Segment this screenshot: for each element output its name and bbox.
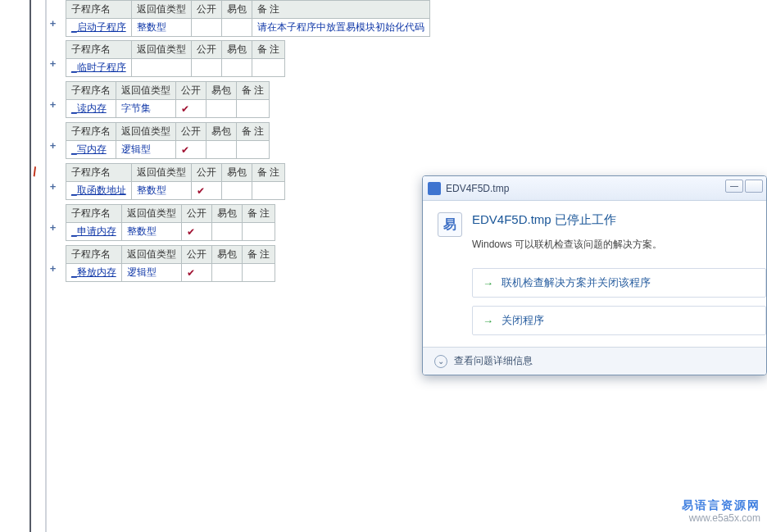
expand-toggle[interactable]: + bbox=[48, 18, 58, 29]
procedure-name[interactable]: _申请内存 bbox=[71, 225, 116, 237]
col-header-ret: 返回值类型 bbox=[131, 1, 191, 19]
expand-toggle[interactable]: + bbox=[48, 140, 58, 151]
expand-toggle[interactable]: + bbox=[48, 99, 58, 110]
watermark-url: www.e5a5x.com bbox=[682, 512, 760, 525]
action-close-program[interactable]: → 关闭程序 bbox=[472, 306, 766, 335]
procedure-table: 子程序名返回值类型公开易包备 注_取函数地址整数型✔ bbox=[66, 163, 285, 200]
remark-cell[interactable] bbox=[237, 100, 270, 118]
minimize-button[interactable]: — bbox=[725, 180, 743, 193]
public-checkbox[interactable]: ✔ bbox=[176, 141, 206, 159]
epackage-checkbox[interactable] bbox=[211, 223, 242, 241]
col-header-epkg: 易包 bbox=[206, 82, 237, 100]
col-header-name: 子程序名 bbox=[66, 205, 122, 223]
epackage-checkbox[interactable] bbox=[206, 141, 237, 159]
remark-cell[interactable] bbox=[242, 264, 275, 282]
gutter-border bbox=[30, 0, 31, 532]
maximize-button[interactable] bbox=[745, 180, 763, 193]
dialog-titlebar[interactable]: EDV4F5D.tmp — bbox=[423, 176, 766, 201]
col-header-epkg: 易包 bbox=[221, 1, 252, 19]
remark-cell[interactable] bbox=[252, 182, 284, 200]
procedure-table: 子程序名返回值类型公开易包备 注_写内存逻辑型✔ bbox=[66, 122, 270, 159]
table-row[interactable]: _写内存逻辑型✔ bbox=[66, 141, 270, 159]
expand-toggle[interactable]: + bbox=[48, 263, 58, 274]
dialog-header-text: EDV4F5D.tmp 已停止工作 bbox=[472, 212, 766, 228]
dialog-body: 易 EDV4F5D.tmp 已停止工作 Windows 可以联机检查该问题的解决… bbox=[423, 201, 766, 355]
expand-toggle[interactable]: + bbox=[48, 181, 58, 192]
return-type[interactable]: 整数型 bbox=[127, 225, 157, 237]
col-header-pub: 公开 bbox=[191, 1, 221, 19]
public-checkbox[interactable]: ✔ bbox=[181, 264, 211, 282]
program-icon: 易 bbox=[438, 212, 462, 237]
col-header-epkg: 易包 bbox=[221, 41, 252, 59]
col-header-name: 子程序名 bbox=[66, 82, 116, 100]
table-row[interactable]: _读内存字节集✔ bbox=[66, 100, 270, 118]
col-header-pub: 公开 bbox=[191, 164, 221, 182]
col-header-remark: 备 注 bbox=[252, 41, 284, 59]
col-header-remark: 备 注 bbox=[237, 123, 270, 141]
col-header-name: 子程序名 bbox=[66, 246, 122, 264]
procedure-name[interactable]: _取函数地址 bbox=[71, 184, 126, 196]
epackage-checkbox[interactable] bbox=[221, 59, 252, 77]
col-header-ret: 返回值类型 bbox=[131, 41, 191, 59]
table-row[interactable]: _申请内存整数型✔ bbox=[66, 223, 275, 241]
epackage-checkbox[interactable] bbox=[221, 182, 252, 200]
col-header-ret: 返回值类型 bbox=[116, 82, 176, 100]
col-header-ret: 返回值类型 bbox=[131, 164, 191, 182]
epackage-checkbox[interactable] bbox=[221, 19, 252, 37]
col-header-remark: 备 注 bbox=[252, 1, 429, 19]
procedure-name[interactable]: _写内存 bbox=[71, 143, 107, 155]
return-type[interactable]: 整数型 bbox=[137, 184, 166, 196]
remark-cell[interactable]: 请在本子程序中放置易模块初始化代码 bbox=[252, 19, 429, 37]
remark-cell[interactable] bbox=[242, 223, 275, 241]
col-header-remark: 备 注 bbox=[252, 164, 284, 182]
col-header-pub: 公开 bbox=[181, 246, 211, 264]
watermark: 易语言资源网 www.e5a5x.com bbox=[682, 498, 760, 525]
col-header-remark: 备 注 bbox=[237, 82, 270, 100]
table-row[interactable]: _启动子程序整数型请在本子程序中放置易模块初始化代码 bbox=[66, 19, 430, 37]
return-type[interactable]: 字节集 bbox=[121, 102, 151, 114]
procedure-name[interactable]: _读内存 bbox=[71, 102, 107, 114]
dialog-sub-text: Windows 可以联机检查该问题的解决方案。 bbox=[472, 238, 766, 252]
public-checkbox[interactable]: ✔ bbox=[176, 100, 206, 118]
dialog-footer[interactable]: ⌄ 查看问题详细信息 bbox=[423, 347, 766, 375]
col-header-pub: 公开 bbox=[176, 82, 206, 100]
procedure-name[interactable]: _启动子程序 bbox=[71, 21, 126, 33]
remark-cell[interactable] bbox=[237, 141, 270, 159]
return-type[interactable]: 逻辑型 bbox=[127, 266, 157, 278]
return-type[interactable]: 整数型 bbox=[137, 21, 166, 33]
epackage-checkbox[interactable] bbox=[211, 264, 242, 282]
action-check-online-label: 联机检查解决方案并关闭该程序 bbox=[502, 275, 651, 290]
gutter-border-light bbox=[45, 0, 47, 532]
table-row[interactable]: _取函数地址整数型✔ bbox=[66, 182, 285, 200]
return-type[interactable]: 逻辑型 bbox=[121, 143, 151, 155]
epackage-checkbox[interactable] bbox=[206, 100, 237, 118]
col-header-epkg: 易包 bbox=[221, 164, 252, 182]
window-buttons: — bbox=[725, 180, 763, 193]
col-header-ret: 返回值类型 bbox=[116, 123, 176, 141]
col-header-remark: 备 注 bbox=[242, 205, 275, 223]
public-checkbox[interactable]: ✔ bbox=[191, 182, 221, 200]
procedure-table: 子程序名返回值类型公开易包备 注_申请内存整数型✔ bbox=[66, 204, 275, 241]
public-checkbox[interactable] bbox=[191, 19, 221, 37]
public-checkbox[interactable]: ✔ bbox=[181, 223, 211, 241]
table-row[interactable]: _释放内存逻辑型✔ bbox=[66, 264, 275, 282]
procedure-table: 子程序名返回值类型公开易包备 注_读内存字节集✔ bbox=[66, 81, 270, 118]
view-details-label: 查看问题详细信息 bbox=[454, 354, 533, 368]
col-header-pub: 公开 bbox=[191, 41, 221, 59]
table-row[interactable]: _临时子程序 bbox=[66, 59, 285, 77]
action-check-online[interactable]: → 联机检查解决方案并关闭该程序 bbox=[472, 268, 766, 298]
col-header-name: 子程序名 bbox=[66, 123, 116, 141]
remark-cell[interactable] bbox=[252, 59, 284, 77]
breakpoint-mark-icon: \ bbox=[30, 165, 39, 180]
public-checkbox[interactable] bbox=[191, 59, 221, 77]
arrow-right-icon: → bbox=[483, 277, 493, 289]
expand-toggle[interactable]: + bbox=[48, 222, 58, 233]
col-header-epkg: 易包 bbox=[211, 205, 242, 223]
app-icon bbox=[428, 182, 441, 195]
procedure-name[interactable]: _临时子程序 bbox=[71, 61, 126, 73]
procedure-name[interactable]: _释放内存 bbox=[71, 266, 116, 278]
col-header-ret: 返回值类型 bbox=[121, 205, 181, 223]
expand-toggle[interactable]: + bbox=[48, 58, 58, 69]
col-header-epkg: 易包 bbox=[211, 246, 242, 264]
arrow-right-icon: → bbox=[483, 315, 493, 327]
